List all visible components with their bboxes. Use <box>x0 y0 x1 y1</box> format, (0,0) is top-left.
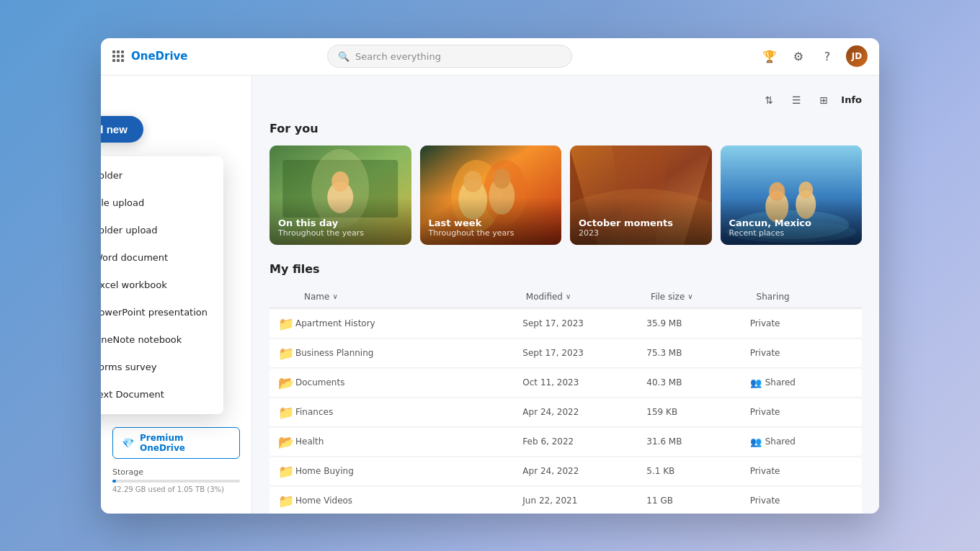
photo-card-1[interactable]: On this day Throughout the years <box>270 145 411 245</box>
dropdown-label-powerpoint: PowerPoint presentation <box>101 307 208 318</box>
size-sort-arrow: ∨ <box>687 292 692 300</box>
header-right: 🏆 ⚙ ? JD <box>760 45 868 67</box>
files-section: Name ∨ Modified ∨ File size ∨ Sharing <box>270 286 862 514</box>
file-icon-col: 📁 <box>278 316 295 331</box>
dropdown-label-onenote: OneNote notebook <box>101 334 182 345</box>
dropdown-label-text: Text Document <box>101 389 164 400</box>
info-label[interactable]: Info <box>841 94 862 105</box>
dropdown-item-folder-upload[interactable]: 📂 Folder upload <box>101 217 223 244</box>
dropdown-label-forms: Forms survey <box>101 362 156 372</box>
dropdown-item-word[interactable]: W Word document <box>101 244 223 272</box>
file-name-0: Apartment History <box>295 318 522 328</box>
trophy-icon[interactable]: 🏆 <box>760 46 780 66</box>
table-row[interactable]: 📁 Home Videos Jun 22, 2021 11 GB Private <box>270 487 862 514</box>
photo-title-3: October moments <box>579 218 703 228</box>
shared-icon-2: 👥 <box>750 436 762 447</box>
file-name-5: Home Buying <box>295 466 522 476</box>
photo-title-4: Cancun, Mexico <box>729 218 854 228</box>
photo-sub-4: Recent places <box>729 228 854 238</box>
diamond-icon: 💎 <box>122 437 134 449</box>
dropdown-label-file-upload: File upload <box>101 197 144 208</box>
file-name-3: Finances <box>295 407 522 417</box>
table-row[interactable]: 📁 Apartment History Sept 17, 2023 35.9 M… <box>270 310 862 339</box>
body: + Add new 📁 Folder 📄 File upload 📂 Folde… <box>101 76 879 514</box>
add-new-button[interactable]: + Add new <box>101 116 143 143</box>
header-left: OneDrive <box>112 50 228 63</box>
dropdown-item-text[interactable]: 📝 Text Document <box>101 381 223 408</box>
files-header: Name ∨ Modified ∨ File size ∨ Sharing <box>270 286 862 308</box>
col-name[interactable]: Name ∨ <box>304 292 517 302</box>
search-icon: 🔍 <box>338 51 349 62</box>
table-row[interactable]: 📂 Health Feb 6, 2022 31.6 MB 👥Shared <box>270 428 862 457</box>
dropdown-label-folder-upload: Folder upload <box>101 225 158 236</box>
dropdown-item-onenote[interactable]: N OneNote notebook <box>101 326 223 354</box>
photo-card-2[interactable]: Last week Throughout the years <box>420 145 562 245</box>
file-name-6: Home Videos <box>295 496 522 506</box>
photo-label-4: Cancun, Mexico Recent places <box>721 197 863 245</box>
storage-text: 42.29 GB used of 1.05 TB (3%) <box>112 485 240 493</box>
app-title: OneDrive <box>131 50 188 63</box>
svg-point-4 <box>331 171 349 192</box>
content-toolbar: ⇅ ☰ ⊞ Info <box>270 90 862 110</box>
file-name-2: Documents <box>295 377 522 388</box>
grid-view-icon[interactable]: ⊞ <box>814 90 834 110</box>
file-name-1: Business Planning <box>295 348 522 358</box>
storage-fill <box>112 480 116 483</box>
dropdown-label-word: Word document <box>101 252 168 263</box>
my-files-title: My files <box>270 262 862 276</box>
for-you-title: For you <box>270 122 862 135</box>
file-name-4: Health <box>295 436 522 447</box>
sidebar-bottom: 💎 Premium OneDrive Storage 42.29 GB used… <box>101 418 251 502</box>
modified-sort-arrow: ∨ <box>566 292 571 300</box>
col-sharing: Sharing <box>757 292 853 302</box>
photo-label-2: Last week Throughout the years <box>420 197 562 245</box>
header: OneDrive 🔍 Search everything 🏆 ⚙ ? JD <box>101 38 879 76</box>
photo-sub-2: Throughout the years <box>429 228 553 238</box>
file-modified-0: Sept 17, 2023 <box>522 318 646 328</box>
file-size-0: 35.9 MB <box>646 318 749 328</box>
main-content: ⇅ ☰ ⊞ Info For you <box>252 76 879 514</box>
table-row[interactable]: 📁 Home Buying Apr 24, 2022 5.1 KB Privat… <box>270 457 862 486</box>
dropdown-menu: 📁 Folder 📄 File upload 📂 Folder upload W… <box>101 156 223 414</box>
svg-point-19 <box>798 182 813 199</box>
search-input[interactable]: Search everything <box>355 51 441 62</box>
help-icon[interactable]: ? <box>817 46 837 66</box>
photo-grid: On this day Throughout the years <box>270 145 862 245</box>
photo-sub-3: 2023 <box>579 228 703 238</box>
photo-title-1: On this day <box>278 218 403 228</box>
storage-bar <box>112 480 240 483</box>
shared-icon: 👥 <box>750 377 762 388</box>
sort-icon[interactable]: ⇅ <box>759 90 779 110</box>
list-view-icon[interactable]: ☰ <box>786 90 806 110</box>
svg-point-9 <box>463 171 482 192</box>
gear-icon[interactable]: ⚙ <box>788 46 808 66</box>
premium-label: Premium OneDrive <box>140 433 231 453</box>
photo-card-3[interactable]: October moments 2023 <box>570 145 712 245</box>
photo-card-4[interactable]: Cancun, Mexico Recent places <box>721 145 863 245</box>
photo-label-1: On this day Throughout the years <box>270 197 411 245</box>
premium-button[interactable]: 💎 Premium OneDrive <box>112 427 240 459</box>
dropdown-item-file-upload[interactable]: 📄 File upload <box>101 189 223 217</box>
storage-label: Storage <box>112 467 240 477</box>
dropdown-item-folder[interactable]: 📁 Folder <box>101 162 223 189</box>
main-window: OneDrive 🔍 Search everything 🏆 ⚙ ? JD + … <box>101 38 879 514</box>
photo-title-2: Last week <box>429 218 553 228</box>
photo-label-3: October moments 2023 <box>570 197 712 245</box>
search-bar[interactable]: 🔍 Search everything <box>327 45 572 68</box>
svg-point-11 <box>493 169 510 189</box>
table-row[interactable]: 📁 Finances Apr 24, 2022 159 KB Private <box>270 398 862 427</box>
waffle-icon[interactable] <box>112 50 124 62</box>
dropdown-item-powerpoint[interactable]: P PowerPoint presentation <box>101 299 223 326</box>
dropdown-label-excel: Excel workbook <box>101 279 167 290</box>
col-modified[interactable]: Modified ∨ <box>526 292 642 302</box>
dropdown-item-forms[interactable]: F Forms survey <box>101 354 223 381</box>
col-size[interactable]: File size ∨ <box>651 292 747 302</box>
name-sort-arrow: ∨ <box>332 292 337 300</box>
dropdown-item-excel[interactable]: X Excel workbook <box>101 272 223 299</box>
dropdown-label-folder: Folder <box>101 170 122 181</box>
table-row[interactable]: 📁 Business Planning Sept 17, 2023 75.3 M… <box>270 339 862 368</box>
avatar[interactable]: JD <box>846 45 868 67</box>
file-sharing-0: Private <box>750 318 853 328</box>
photo-sub-1: Throughout the years <box>278 228 403 238</box>
table-row[interactable]: 📂 Documents Oct 11, 2023 40.3 MB 👥Shared <box>270 369 862 398</box>
